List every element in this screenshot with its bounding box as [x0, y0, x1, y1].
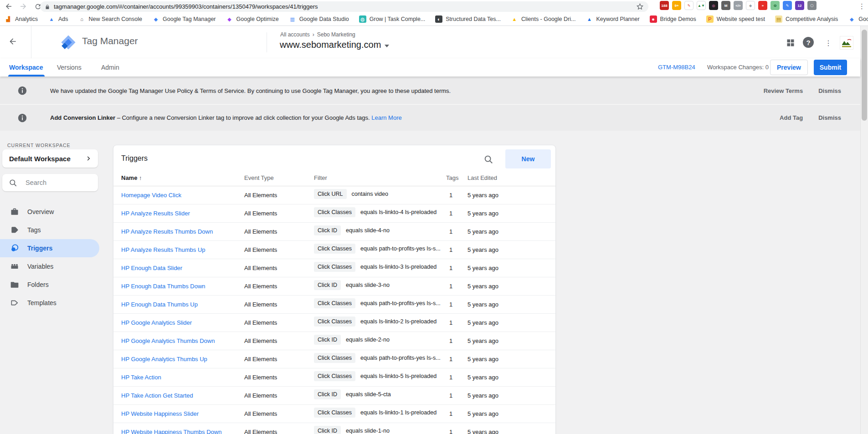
column-header-event-type[interactable]: Event Type: [244, 174, 274, 181]
bookmark-item[interactable]: ▲Clients - Google Dri...: [511, 15, 575, 23]
submit-button[interactable]: Submit: [814, 60, 847, 75]
table-row[interactable]: HP Analyze Results Thumbs DownAll Elemen…: [113, 223, 555, 241]
trigger-name-link[interactable]: HP Analyze Results Thumbs Up: [121, 246, 205, 253]
extension-icon[interactable]: ◎: [709, 1, 718, 10]
bookmark-item[interactable]: ◐Structured Data Tes...: [435, 15, 501, 23]
bookmark-item[interactable]: ▤Competitive Analysis: [775, 15, 838, 23]
trigger-name-link[interactable]: HP Enough Data Thumbs Down: [121, 283, 205, 290]
extension-icon[interactable]: M: [721, 1, 730, 10]
trigger-name-link[interactable]: HP Take Action: [121, 374, 161, 381]
container-selector[interactable]: www.sebomarketing.com: [280, 40, 389, 50]
learn-more-link[interactable]: Learn More: [371, 114, 401, 121]
extension-icon[interactable]: ◆: [746, 1, 755, 10]
trigger-name-link[interactable]: HP Website Happiness Thumbs Down: [121, 429, 221, 434]
table-row[interactable]: HP Analyze Results SliderAll ElementsCli…: [113, 204, 555, 223]
extension-icon[interactable]: 12: [795, 1, 804, 10]
dismiss-linker-button[interactable]: Dismiss: [818, 114, 841, 121]
trigger-name-link[interactable]: HP Analyze Results Thumbs Down: [121, 228, 213, 235]
table-row[interactable]: HP Enough Data Thumbs DownAll ElementsCl…: [113, 277, 555, 296]
table-row[interactable]: HP Google Analytics Thumbs DownAll Eleme…: [113, 332, 555, 350]
bookmark-label: Structured Data Tes...: [446, 16, 501, 22]
extension-icon[interactable]: 9+: [672, 1, 681, 10]
sidebar-item-variables[interactable]: Variables: [0, 257, 99, 276]
table-row[interactable]: HP Google Analytics SliderAll ElementsCl…: [113, 314, 555, 332]
dismiss-terms-button[interactable]: Dismiss: [818, 87, 841, 94]
header-back-icon[interactable]: [8, 37, 17, 46]
sidebar-item-tags[interactable]: Tags: [0, 221, 99, 239]
bookmark-item[interactable]: ▥Google Data Studio: [289, 15, 349, 23]
bookmark-item[interactable]: PWebsite speed test: [706, 15, 765, 23]
forward-icon[interactable]: [17, 0, 29, 12]
column-header-name[interactable]: Name ↑: [121, 174, 142, 181]
table-row[interactable]: HP Enough Data Thumbs UpAll ElementsClic…: [113, 296, 555, 314]
trigger-name-link[interactable]: HP Google Analytics Thumbs Down: [121, 337, 215, 344]
extension-icon[interactable]: ▲▼: [697, 1, 706, 10]
table-row[interactable]: HP Google Analytics Thumbs UpAll Element…: [113, 350, 555, 368]
bookmark-item[interactable]: ◆Google Tag Manager: [152, 15, 216, 23]
bookmark-item[interactable]: ◆Google Optimize: [226, 15, 279, 23]
trigger-name-link[interactable]: HP Enough Data Slider: [121, 265, 182, 271]
extension-icon[interactable]: ✎: [783, 1, 792, 10]
container-id-link[interactable]: GTM-M98B24: [658, 64, 695, 71]
browser-menu-icon[interactable]: ⋮: [858, 1, 865, 11]
column-header-last-edited[interactable]: Last Edited: [467, 174, 497, 181]
table-row[interactable]: Homepage Video ClickAll ElementsClick UR…: [113, 186, 555, 204]
bookmark-item[interactable]: ◆Google Tag Manager: [848, 15, 868, 23]
table-search-icon[interactable]: [483, 154, 494, 165]
trigger-name-link[interactable]: HP Website Happiness Slider: [121, 410, 199, 417]
sidebar-item-label: Tags: [27, 226, 41, 234]
column-header-filter[interactable]: Filter: [314, 174, 327, 181]
tab-admin[interactable]: Admin: [101, 58, 119, 77]
add-tag-button[interactable]: Add Tag: [780, 114, 803, 121]
help-icon[interactable]: ?: [803, 37, 814, 48]
preview-button[interactable]: Preview: [770, 60, 808, 75]
back-icon[interactable]: [3, 0, 15, 12]
bookmark-item[interactable]: ⌂New Search Console: [78, 15, 142, 23]
apps-grid-icon[interactable]: [785, 37, 796, 49]
grow-favicon: ◍: [359, 15, 366, 23]
tab-workspace[interactable]: Workspace: [9, 58, 43, 77]
table-row[interactable]: HP Take Action Get StartedAll ElementsCl…: [113, 387, 555, 405]
sidebar-item-triggers[interactable]: Triggers: [0, 239, 99, 257]
account-avatar[interactable]: [840, 36, 853, 50]
extension-icon[interactable]: »: [758, 1, 767, 10]
breadcrumb-all-accounts[interactable]: All accounts: [280, 31, 310, 38]
sidebar-item-templates[interactable]: Templates: [0, 294, 99, 312]
trigger-name-link[interactable]: Homepage Video Click: [121, 192, 181, 199]
sidebar-search[interactable]: Search: [2, 174, 98, 191]
breadcrumb[interactable]: All accounts › Sebo Marketing: [280, 31, 355, 38]
breadcrumb-account[interactable]: Sebo Marketing: [317, 31, 355, 38]
tab-versions[interactable]: Versions: [57, 58, 82, 77]
bookmark-item[interactable]: ◍Grow | Task Comple...: [359, 15, 426, 23]
header-more-icon[interactable]: ⋮: [822, 37, 834, 49]
column-header-tags[interactable]: Tags: [446, 174, 458, 181]
trigger-name-link[interactable]: HP Enough Data Thumbs Up: [121, 301, 198, 308]
bookmark-item[interactable]: ▲Keyword Planner: [586, 15, 639, 23]
extension-icon[interactable]: 188: [660, 1, 669, 10]
sidebar-item-folders[interactable]: Folders: [0, 276, 99, 294]
extension-icon[interactable]: </>: [734, 1, 743, 10]
workspace-selector[interactable]: Default Workspace: [2, 149, 98, 168]
bookmark-item[interactable]: ▟Analytics: [5, 15, 38, 23]
page-scrollbar-thumb[interactable]: [862, 30, 867, 121]
trigger-name-link[interactable]: HP Take Action Get Started: [121, 392, 193, 399]
table-row[interactable]: HP Website Happiness SliderAll ElementsC…: [113, 405, 555, 423]
new-trigger-button[interactable]: New: [505, 149, 551, 168]
extension-icon[interactable]: ✎: [684, 1, 693, 10]
table-row[interactable]: HP Analyze Results Thumbs UpAll Elements…: [113, 241, 555, 259]
table-row[interactable]: HP Take ActionAll ElementsClick Classese…: [113, 368, 555, 387]
bookmark-item[interactable]: ▲Ads: [48, 15, 68, 23]
extension-icon[interactable]: ⬡: [807, 1, 817, 10]
sidebar-item-overview[interactable]: Overview: [0, 203, 99, 221]
page-scrollbar-track[interactable]: [860, 26, 868, 434]
review-terms-button[interactable]: Review Terms: [764, 87, 803, 94]
table-row[interactable]: HP Website Happiness Thumbs DownAll Elem…: [113, 423, 555, 434]
url-bar[interactable]: tagmanager.google.com/#/container/accoun…: [40, 1, 648, 12]
bookmark-item[interactable]: ●Bridge Demos: [650, 15, 696, 23]
table-row[interactable]: HP Enough Data SliderAll ElementsClick C…: [113, 259, 555, 277]
bookmark-star-icon[interactable]: [636, 3, 644, 10]
extension-icon[interactable]: ʘ: [770, 1, 780, 10]
trigger-name-link[interactable]: HP Google Analytics Thumbs Up: [121, 356, 207, 363]
trigger-name-link[interactable]: HP Analyze Results Slider: [121, 210, 190, 217]
trigger-name-link[interactable]: HP Google Analytics Slider: [121, 319, 192, 326]
